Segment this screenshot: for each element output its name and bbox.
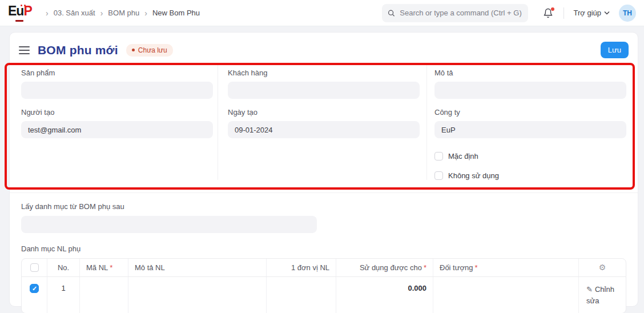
- col-header-no: No.: [47, 259, 80, 276]
- status-dot-icon: [132, 49, 135, 51]
- menu-icon[interactable]: [19, 46, 30, 54]
- main-form-section: Sản phẩm Khách hàng Mô tả Người tạo Ngày…: [10, 64, 638, 180]
- column-divider: [218, 64, 218, 180]
- pencil-icon: ✎: [586, 285, 593, 294]
- col-header-don-vi: 1 đơn vị NL: [267, 259, 336, 276]
- field-khach-hang: Khách hàng: [228, 69, 420, 99]
- logo-umlaut-dots: [21, 5, 26, 6]
- breadcrumb-item-new-bom-phu[interactable]: New Bom Phu: [152, 9, 200, 17]
- top-navbar: EuP › 03. Sản xuất › BOM phu › New Bom P…: [0, 0, 644, 26]
- row-mo-ta-nl-cell[interactable]: [128, 277, 267, 313]
- row-su-dung-value[interactable]: 0.000: [408, 284, 426, 292]
- field-nguoi-tao: Người tạo: [21, 108, 213, 138]
- row-no: 1: [47, 277, 80, 313]
- col-header-mo-ta-nl: Mô tả NL: [128, 259, 267, 276]
- page-title: BOM phu mới: [38, 43, 118, 57]
- table-header-row: No. Mã NL* Mô tả NL 1 đơn vị NL Sử dụng …: [22, 259, 626, 277]
- chevron-right-icon: ›: [100, 9, 103, 18]
- page-header: BOM phu mới Chưa lưu Lưu: [10, 33, 638, 64]
- grid-section-label: Danh mục NL phụ: [21, 244, 626, 253]
- notification-bell-icon[interactable]: [543, 8, 553, 18]
- help-menu[interactable]: Trợ giúp: [573, 9, 610, 17]
- items-table: No. Mã NL* Mô tả NL 1 đơn vị NL Sử dụng …: [21, 258, 626, 313]
- breadcrumb: › 03. Sản xuất › BOM phu › New Bom Phu: [46, 9, 200, 18]
- search-input[interactable]: [400, 9, 522, 17]
- table-row: 1 0.000 ✎Chỉnh sửa: [22, 277, 626, 313]
- notification-dot: [551, 7, 554, 11]
- required-marker: *: [474, 263, 477, 272]
- checkbox-label: Không sử dụng: [448, 171, 499, 180]
- breadcrumb-item-bom-phu[interactable]: BOM phu: [108, 9, 139, 17]
- logo-underline: [15, 20, 23, 22]
- khach-hang-input[interactable]: [228, 82, 420, 99]
- fetch-from-section: Lấy danh mục từ BOM phụ sau: [10, 192, 638, 233]
- fetch-from-label: Lấy danh mục từ BOM phụ sau: [21, 202, 626, 211]
- global-search[interactable]: [382, 4, 528, 22]
- row-ma-nl-cell[interactable]: [80, 277, 128, 313]
- col-header-doi-tuong: Đối tượng*: [433, 259, 579, 276]
- status-badge: Chưa lưu: [126, 44, 173, 57]
- row-edit-button[interactable]: ✎Chỉnh sửa: [586, 284, 618, 306]
- field-label: Công ty: [434, 108, 626, 117]
- checkbox-khong-su-dung[interactable]: Không sử dụng: [434, 171, 626, 180]
- form-card: BOM phu mới Chưa lưu Lưu Sản phẩm Khách …: [9, 32, 638, 307]
- mo-ta-input[interactable]: [434, 82, 626, 99]
- checkbox-mac-dinh[interactable]: Mặc định: [434, 152, 626, 160]
- avatar-initials: TH: [623, 9, 632, 17]
- san-pham-input[interactable]: [21, 82, 213, 99]
- field-mo-ta: Mô tả: [434, 69, 626, 99]
- field-label: Khách hàng: [228, 69, 420, 77]
- field-label: Ngày tạo: [228, 108, 420, 117]
- field-label: Sản phẩm: [21, 69, 213, 77]
- row-doi-tuong-cell[interactable]: [433, 277, 579, 313]
- chevron-right-icon: ›: [46, 9, 49, 18]
- nguoi-tao-input[interactable]: [21, 121, 213, 138]
- row-don-vi-cell[interactable]: [267, 277, 336, 313]
- help-label: Trợ giúp: [573, 9, 601, 17]
- fetch-from-input[interactable]: [21, 216, 317, 233]
- chevron-right-icon: ›: [144, 9, 147, 18]
- checkbox-unchecked-icon[interactable]: [434, 152, 443, 160]
- items-grid-section: Danh mục NL phụ No. Mã NL* Mô tả NL 1 đơ…: [10, 233, 638, 313]
- breadcrumb-item-san-xuat[interactable]: 03. Sản xuất: [54, 9, 95, 17]
- app-logo[interactable]: EuP: [8, 3, 38, 23]
- save-button[interactable]: Lưu: [601, 42, 629, 58]
- ngay-tao-input[interactable]: [228, 121, 420, 138]
- required-marker: *: [110, 263, 112, 272]
- grid-settings-gear-icon[interactable]: ⚙: [599, 263, 606, 271]
- field-ngay-tao: Ngày tạo: [228, 108, 420, 138]
- chevron-down-icon: [604, 11, 610, 15]
- field-label: Người tạo: [21, 108, 213, 117]
- col-header-ma-nl: Mã NL*: [80, 259, 128, 276]
- col-header-su-dung: Sử dụng được cho*: [336, 259, 433, 276]
- user-avatar[interactable]: TH: [619, 5, 636, 22]
- field-san-pham: Sản phẩm: [21, 69, 213, 99]
- field-label: Mô tả: [434, 69, 626, 77]
- column-divider: [426, 64, 427, 180]
- search-icon: [388, 9, 395, 17]
- required-marker: *: [424, 263, 426, 272]
- status-badge-label: Chưa lưu: [138, 46, 167, 54]
- field-cong-ty: Công ty: [434, 108, 626, 138]
- cong-ty-input[interactable]: [434, 121, 626, 138]
- checkbox-unchecked-icon[interactable]: [434, 171, 443, 180]
- row-checkbox-checked[interactable]: [30, 284, 39, 293]
- checkbox-label: Mặc định: [448, 152, 478, 160]
- navbar-divider: [564, 7, 564, 19]
- select-all-checkbox[interactable]: [30, 263, 39, 272]
